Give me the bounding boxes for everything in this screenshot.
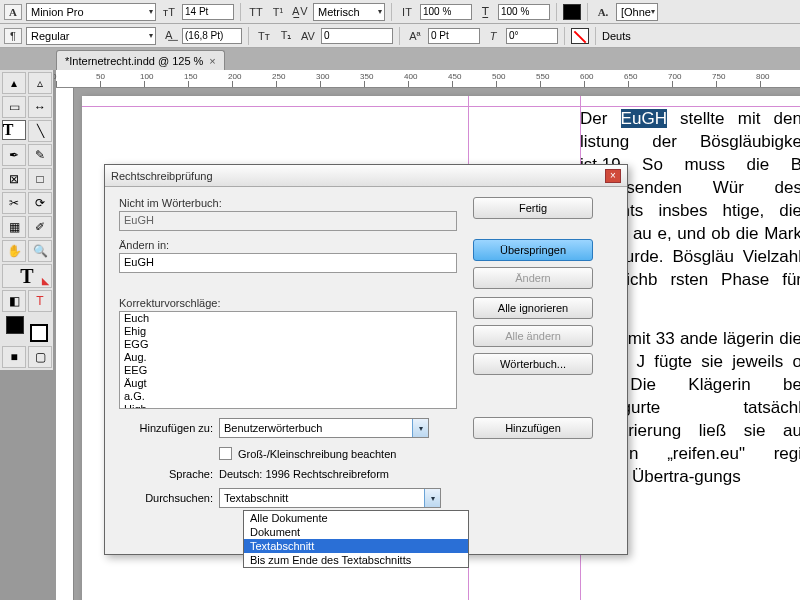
font-family-combo[interactable]: Minion Pro: [26, 3, 156, 21]
suggestions-list[interactable]: EuchEhigEGGAug.EEGÄugta.G.High: [119, 311, 457, 409]
stroke-swatch[interactable]: [571, 28, 589, 44]
close-tab-icon[interactable]: ×: [209, 55, 215, 67]
suggestion-item[interactable]: a.G.: [120, 390, 456, 403]
document-tab[interactable]: *Internetrecht.indd @ 125 % ×: [56, 50, 225, 70]
language-menu[interactable]: Deuts: [602, 30, 631, 42]
smallcaps-icon[interactable]: Tт: [255, 28, 273, 44]
dialog-title: Rechtschreibprüfung: [111, 170, 213, 182]
fill-stroke-control[interactable]: [2, 314, 52, 344]
skew-field[interactable]: 0°: [506, 28, 558, 44]
rectangle-tool[interactable]: □: [28, 168, 52, 190]
skip-button[interactable]: Überspringen: [473, 239, 593, 261]
lang-value: Deutsch: 1996 Rechtschreibreform: [219, 468, 389, 480]
dropdown-option[interactable]: Alle Dokumente: [244, 511, 468, 525]
body-text-pre: Der: [580, 109, 621, 128]
vertical-ruler: [56, 88, 74, 600]
tracking-icon: AV: [299, 28, 317, 44]
character-panel-icon[interactable]: A: [4, 4, 22, 20]
dictionary-button[interactable]: Wörterbuch...: [473, 353, 593, 375]
scissors-tool[interactable]: ✂: [2, 192, 26, 214]
horizontal-ruler: 0501001502002503003504004505005506006507…: [56, 70, 800, 88]
vscale-icon: IT: [398, 4, 416, 20]
close-icon[interactable]: ×: [605, 169, 621, 183]
baseline-icon: Aª: [406, 28, 424, 44]
hscale-icon: T̲: [476, 4, 494, 20]
format-text-icon[interactable]: T: [28, 290, 52, 312]
line-tool[interactable]: ╲: [28, 120, 52, 142]
search-select[interactable]: Textabschnitt▾: [219, 488, 441, 508]
type-big-tool[interactable]: T◣: [2, 264, 52, 288]
chevron-down-icon: ▾: [412, 419, 428, 437]
type-tool[interactable]: T: [2, 120, 26, 140]
transform-tool[interactable]: ⟳: [28, 192, 52, 214]
suggestions-label: Korrekturvorschläge:: [119, 297, 457, 309]
kerning-combo[interactable]: Metrisch: [313, 3, 385, 21]
gap-tool[interactable]: ↔: [28, 96, 52, 118]
case-label: Groß-/Kleinschreibung beachten: [238, 448, 396, 460]
search-dropdown-popup[interactable]: Alle DokumenteDokumentTextabschnittBis z…: [243, 510, 469, 568]
kerning-icon: A̲V: [291, 4, 309, 20]
suggestion-item[interactable]: Euch: [120, 312, 456, 325]
suggestion-item[interactable]: High: [120, 403, 456, 409]
spellcheck-dialog: Rechtschreibprüfung × Nicht im Wörterbuc…: [104, 164, 628, 555]
document-tab-title: *Internetrecht.indd @ 125 %: [65, 55, 203, 67]
change-all-button[interactable]: Alle ändern: [473, 325, 593, 347]
baseline-field[interactable]: 0 Pt: [428, 28, 480, 44]
suggestion-item[interactable]: Ehig: [120, 325, 456, 338]
eyedropper-tool[interactable]: ✐: [28, 216, 52, 238]
leading-icon: A͟: [160, 28, 178, 44]
pen-tool[interactable]: ✒: [2, 144, 26, 166]
font-style-combo[interactable]: Regular: [26, 27, 156, 45]
chevron-down-icon: ▾: [424, 489, 440, 507]
font-size-field[interactable]: 14 Pt: [182, 4, 234, 20]
ignore-all-button[interactable]: Alle ignorieren: [473, 297, 593, 319]
highlighted-word: EuGH: [621, 109, 667, 128]
zoom-tool[interactable]: 🔍: [28, 240, 52, 262]
control-bar-2: ¶ Regular A͟ (16,8 Pt) Tт T₁ AV 0 Aª 0 P…: [0, 24, 800, 48]
change-to-label: Ändern in:: [119, 239, 457, 251]
add-to-label: Hinzufügen zu:: [119, 422, 213, 434]
page-tool[interactable]: ▭: [2, 96, 26, 118]
pencil-tool[interactable]: ✎: [28, 144, 52, 166]
control-bar-1: A Minion Pro тT 14 Pt TT T¹ A̲V Metrisch…: [0, 0, 800, 24]
dropdown-option[interactable]: Textabschnitt: [244, 539, 468, 553]
tools-panel: ▴ ▵ ▭ ↔ T ╲ ✒ ✎ ⊠ □ ✂ ⟳ ▦ ✐ ✋ 🔍 T◣ ◧ T ■…: [0, 70, 54, 370]
apply-none-icon[interactable]: ▢: [28, 346, 52, 368]
dropdown-option[interactable]: Dokument: [244, 525, 468, 539]
add-button[interactable]: Hinzufügen: [473, 417, 593, 439]
add-to-select[interactable]: Benutzerwörterbuch▾: [219, 418, 429, 438]
fill-swatch[interactable]: [563, 4, 581, 20]
apply-color-icon[interactable]: ■: [2, 346, 26, 368]
rectangle-frame-tool[interactable]: ⊠: [2, 168, 26, 190]
not-in-dict-field: EuGH: [119, 211, 457, 231]
vscale-field[interactable]: 100 %: [420, 4, 472, 20]
hscale-field[interactable]: 100 %: [498, 4, 550, 20]
format-container-icon[interactable]: ◧: [2, 290, 26, 312]
suggestion-item[interactable]: Äugt: [120, 377, 456, 390]
search-label: Durchsuchen:: [119, 492, 213, 504]
suggestion-item[interactable]: Aug.: [120, 351, 456, 364]
direct-selection-tool[interactable]: ▵: [28, 72, 52, 94]
hand-tool[interactable]: ✋: [2, 240, 26, 262]
char-style-combo[interactable]: [Ohne: [616, 3, 658, 21]
done-button[interactable]: Fertig: [473, 197, 593, 219]
leading-field[interactable]: (16,8 Pt): [182, 28, 242, 44]
subscript-icon[interactable]: T₁: [277, 28, 295, 44]
document-tab-strip: *Internetrecht.indd @ 125 % ×: [0, 48, 800, 70]
lang-label: Sprache:: [119, 468, 213, 480]
superscript-icon[interactable]: T¹: [269, 4, 287, 20]
char-style-label-icon: A.: [594, 4, 612, 20]
suggestion-item[interactable]: EGG: [120, 338, 456, 351]
paragraph-panel-icon[interactable]: ¶: [4, 28, 22, 44]
not-in-dict-label: Nicht im Wörterbuch:: [119, 197, 457, 209]
gradient-tool[interactable]: ▦: [2, 216, 26, 238]
change-button[interactable]: Ändern: [473, 267, 593, 289]
selection-tool[interactable]: ▴: [2, 72, 26, 94]
dialog-titlebar[interactable]: Rechtschreibprüfung ×: [105, 165, 627, 187]
tracking-field[interactable]: 0: [321, 28, 393, 44]
change-to-field[interactable]: EuGH: [119, 253, 457, 273]
suggestion-item[interactable]: EEG: [120, 364, 456, 377]
dropdown-option[interactable]: Bis zum Ende des Textabschnitts: [244, 553, 468, 567]
case-checkbox[interactable]: [219, 447, 232, 460]
allcaps-icon[interactable]: TT: [247, 4, 265, 20]
